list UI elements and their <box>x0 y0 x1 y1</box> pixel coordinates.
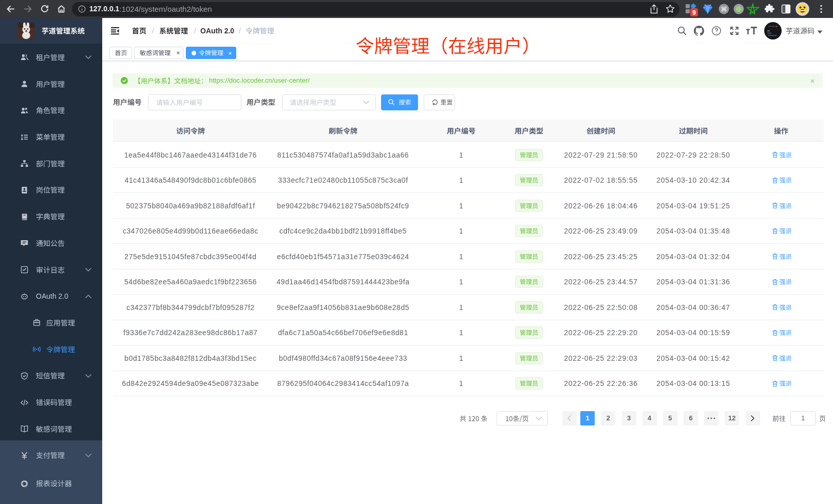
svg-text:⌘: ⌘ <box>721 6 727 13</box>
svg-text:9: 9 <box>692 9 696 16</box>
